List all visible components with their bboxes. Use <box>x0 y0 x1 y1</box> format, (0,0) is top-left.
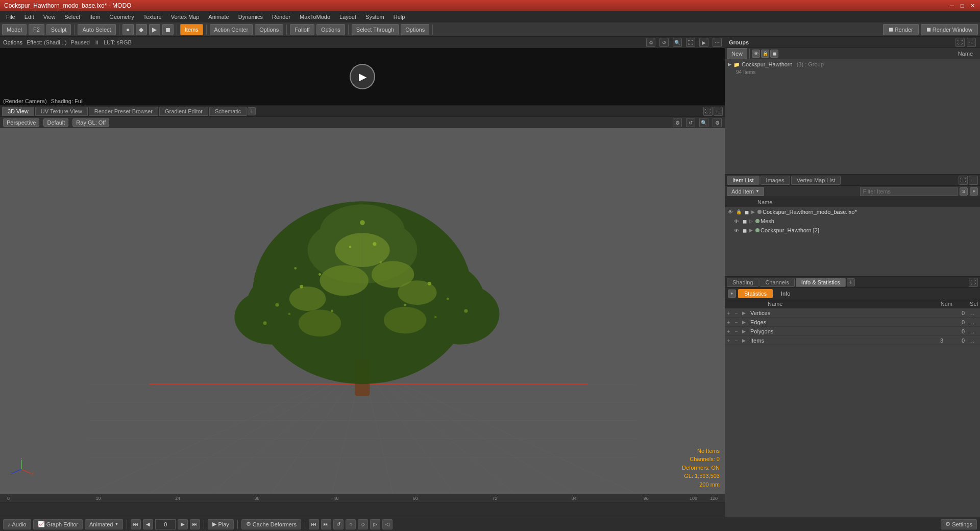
timeline-ruler[interactable]: 0 10 24 36 48 60 72 84 96 108 120 <box>0 494 725 502</box>
select-mode-2-btn[interactable]: ◆ <box>136 24 147 35</box>
menu-help[interactable]: Help <box>389 13 409 21</box>
add-item-btn[interactable]: Add Item ▼ <box>727 187 764 196</box>
auto-select-btn[interactable]: Auto Select <box>78 24 115 35</box>
stats-dots-items[interactable]: … <box>966 337 978 344</box>
preview-icon-3[interactable]: 🔍 <box>673 38 682 47</box>
viewport-settings-icon[interactable]: ⚙ <box>673 118 682 127</box>
action-center-btn[interactable]: Action Center <box>210 24 253 35</box>
stats-add-polygons[interactable]: + <box>727 328 734 334</box>
timeline-track[interactable] <box>0 502 725 517</box>
tab-schematic[interactable]: Schematic <box>209 107 247 116</box>
settings-btn[interactable]: ⚙ Settings <box>941 519 977 529</box>
menu-view[interactable]: View <box>39 13 60 21</box>
window-controls[interactable]: ─ □ ✕ <box>948 2 976 9</box>
stats-dots-vertices[interactable]: … <box>966 310 978 316</box>
item-render-2[interactable]: ◼ <box>741 218 748 225</box>
tab-images[interactable]: Images <box>761 176 790 185</box>
preview-icon-4[interactable]: ⛶ <box>686 38 695 47</box>
tab-uv-texture[interactable]: UV Texture View <box>35 107 88 116</box>
item-panel-menu-btn[interactable]: ⋯ <box>969 176 978 185</box>
pb-icon-5[interactable]: ◇ <box>358 519 368 529</box>
preview-icon-5[interactable]: ▶ <box>699 38 708 47</box>
mode-f2-btn[interactable]: F2 <box>29 24 44 35</box>
menu-system[interactable]: System <box>361 13 388 21</box>
perspective-btn[interactable]: Perspective <box>3 118 39 127</box>
stats-exp-edges[interactable]: – <box>735 320 741 325</box>
render-window-btn[interactable]: ◼ Render Window <box>921 24 978 35</box>
select-mode-4-btn[interactable]: ◼ <box>162 24 174 35</box>
select-through-options-btn[interactable]: Options <box>401 24 429 35</box>
transport-next-btn[interactable]: ▶ <box>178 519 188 529</box>
tab-channels[interactable]: Channels <box>760 278 794 287</box>
add-tab-btn[interactable]: + <box>248 107 256 115</box>
item-row-scene[interactable]: 👁 🔒 ◼ ▶ Cockspur_Hawthorn_modo_base.lxo* <box>725 207 980 216</box>
preview-icon-1[interactable]: ⚙ <box>646 38 655 47</box>
groups-render-btn[interactable]: ◼ <box>770 50 778 58</box>
stats-add-edges[interactable]: + <box>727 319 734 325</box>
tab-vertex-map-list[interactable]: Vertex Map List <box>791 176 841 185</box>
pb-icon-1[interactable]: ⏮ <box>309 519 319 529</box>
preview-icon-2[interactable]: ↺ <box>659 38 669 47</box>
maximize-btn[interactable]: □ <box>959 2 966 9</box>
menu-item[interactable]: Item <box>85 13 104 21</box>
stats-exp-polygons[interactable]: – <box>735 329 741 334</box>
group-item-cockspur[interactable]: ▶ 📁 Cockspur_Hawthorn (3) : Group <box>726 60 979 68</box>
stats-dots-edges[interactable]: … <box>966 319 978 325</box>
pb-icon-2[interactable]: ⏭ <box>321 519 331 529</box>
groups-content[interactable]: ▶ 📁 Cockspur_Hawthorn (3) : Group 94 Ite… <box>725 59 980 174</box>
cache-deformers-btn[interactable]: ⚙ Cache Deformers <box>241 519 301 529</box>
close-btn[interactable]: ✕ <box>969 2 976 9</box>
menu-select[interactable]: Select <box>60 13 84 21</box>
menu-edit[interactable]: Edit <box>20 13 38 21</box>
item-panel-expand-btn[interactable]: ⛶ <box>959 176 968 185</box>
stats-tab-info[interactable]: Info <box>775 289 796 298</box>
stats-add-items[interactable]: + <box>727 337 734 344</box>
item-expand-1[interactable]: ▶ <box>751 209 756 214</box>
play-btn[interactable]: ▶ Play <box>208 519 233 529</box>
groups-expand-btn[interactable]: ⛶ <box>955 38 965 47</box>
groups-menu-btn[interactable]: ⋯ <box>967 38 976 47</box>
groups-eye-btn[interactable]: 👁 <box>752 50 760 58</box>
pb-icon-4[interactable]: ○ <box>346 519 356 529</box>
item-lock-1[interactable]: 🔒 <box>735 208 742 215</box>
item-eye-2[interactable]: 👁 <box>733 218 740 225</box>
render-btn[interactable]: ◼ Render <box>883 24 919 35</box>
preview-play-button[interactable]: ▶ <box>350 64 375 89</box>
stats-tab-statistics[interactable]: Statistics <box>738 289 773 298</box>
minimize-btn[interactable]: ─ <box>948 2 955 9</box>
menu-vertexmap[interactable]: Vertex Map <box>167 13 204 21</box>
stats-row-vertices[interactable]: + – ▶ Vertices 0 … <box>725 308 980 318</box>
stats-add-btn[interactable]: + <box>728 289 736 298</box>
item-eye-1[interactable]: 👁 <box>727 208 734 215</box>
item-render-3[interactable]: ◼ <box>741 227 748 234</box>
frame-input[interactable] <box>155 519 176 529</box>
viewport-expand-btn[interactable]: ⛶ <box>703 107 713 116</box>
3d-viewport[interactable]: Perspective Default Ray GL: Off ⚙ ↺ 🔍 ⚙ <box>0 117 725 494</box>
falloff-btn[interactable]: Falloff <box>290 24 314 35</box>
tab-3dview[interactable]: 3D View <box>2 107 34 116</box>
stats-add-vertices[interactable]: + <box>727 310 734 316</box>
ray-gl-btn[interactable]: Ray GL: Off <box>72 118 109 127</box>
pb-icon-3[interactable]: ↺ <box>333 519 344 529</box>
stats-dots-polygons[interactable]: … <box>966 328 978 334</box>
viewport-zoom-icon[interactable]: 🔍 <box>699 118 708 127</box>
add-panel-tab-btn[interactable]: + <box>847 278 855 286</box>
item-expand-3[interactable]: ▶ <box>749 228 754 233</box>
viewport-menu-btn[interactable]: ⋯ <box>714 107 723 116</box>
default-btn[interactable]: Default <box>43 118 68 127</box>
tab-render-preset[interactable]: Render Preset Browser <box>89 107 158 116</box>
item-expand-2[interactable]: ▷ <box>749 219 754 224</box>
graph-editor-btn[interactable]: 📈 Graph Editor <box>33 519 83 529</box>
tab-gradient-editor[interactable]: Gradient Editor <box>159 107 208 116</box>
menu-file[interactable]: File <box>2 13 19 21</box>
stats-row-polygons[interactable]: + – ▶ Polygons 0 … <box>725 327 980 336</box>
preview-icon-6[interactable]: ⋯ <box>713 38 722 47</box>
menu-layout[interactable]: Layout <box>335 13 360 21</box>
mode-sculpt-btn[interactable]: Sculpt <box>46 24 71 35</box>
stats-row-edges[interactable]: + – ▶ Edges 0 … <box>725 318 980 327</box>
animated-btn[interactable]: Animated ▼ <box>85 519 123 529</box>
audio-btn[interactable]: ♪ Audio <box>3 519 31 529</box>
pb-icon-7[interactable]: ◁ <box>382 519 393 529</box>
menu-texture[interactable]: Texture <box>139 13 166 21</box>
menu-render[interactable]: Render <box>268 13 295 21</box>
